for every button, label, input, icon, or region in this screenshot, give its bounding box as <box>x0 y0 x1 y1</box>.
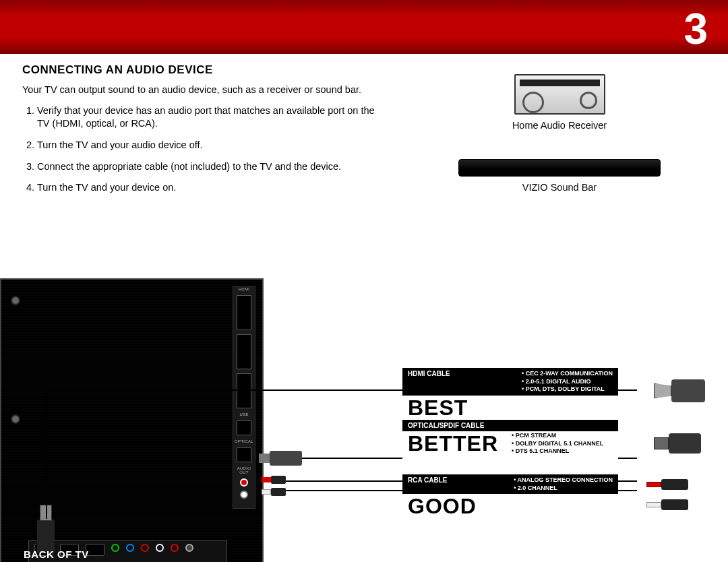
port-label-hdmi: HDMI <box>233 287 255 291</box>
quality-tag-good: RCA CABLE • ANALOG STEREO CONNECTION • 2… <box>402 474 618 519</box>
cable-type-label: RCA CABLE <box>408 476 448 492</box>
cable-type-label: HDMI CABLE <box>408 370 450 394</box>
coax-port <box>185 544 193 552</box>
hdmi-connector-icon <box>654 379 708 406</box>
rating-label: BEST <box>402 396 618 420</box>
tv-side-port-panel: HDMI USB OPTICAL AUDIO OUT <box>233 286 255 509</box>
page-body: CONNECTING AN AUDIO DEVICE Your TV can o… <box>0 54 728 562</box>
feature-bullet: DTS 5.1 CHANNEL <box>516 447 570 454</box>
receiver-label: Home Audio Receiver <box>458 120 661 131</box>
quality-tag-better: OPTICAL/SPDIF CABLE BETTER • PCM STREAM … <box>402 420 618 459</box>
step-item: Turn the TV and your audio device off. <box>37 139 380 152</box>
chapter-banner: 3 <box>0 0 728 54</box>
component-port <box>141 544 149 552</box>
port-label-audio-out: AUDIO OUT <box>233 466 255 474</box>
devices-column: Home Audio Receiver VIZIO Sound Bar <box>458 74 661 193</box>
component-port <box>126 544 134 552</box>
receiver-illustration <box>514 74 605 115</box>
quality-tag-best: HDMI CABLE • CEC 2-WAY COMMUNICATION • 2… <box>402 368 618 420</box>
connection-diagram: HDMI USB OPTICAL AUDIO OUT <box>0 278 728 562</box>
optical-connector-icon <box>654 433 708 460</box>
feature-bullet: 2.0-5.1 DIGITAL AUDIO <box>526 378 591 385</box>
optical-plug-icon <box>270 451 302 466</box>
feature-bullet: 2.0 CHANNEL <box>518 485 557 491</box>
step-item: Verify that your device has an audio por… <box>37 104 380 131</box>
rating-label: GOOD <box>402 494 618 519</box>
rca-port-red <box>240 478 248 487</box>
chapter-number: 3 <box>684 4 708 54</box>
port-label-optical: OPTICAL <box>233 439 255 443</box>
intro-text: Your TV can output sound to an audio dev… <box>22 84 380 96</box>
component-port <box>111 544 119 552</box>
usb-port <box>237 420 251 435</box>
rca-port-white <box>240 491 248 499</box>
step-item: Connect the appropriate cable (not inclu… <box>37 160 380 174</box>
feature-bullet: CEC 2-WAY COMMUNICATION <box>526 370 613 377</box>
rating-label: BETTER <box>408 431 498 456</box>
rca-plug-pair-icon <box>262 476 286 496</box>
hdmi-port <box>237 373 251 408</box>
back-of-tv-label: BACK OF TV <box>24 549 89 560</box>
soundbar-illustration <box>458 159 661 177</box>
component-port <box>171 544 179 552</box>
hdmi-port <box>237 334 251 369</box>
feature-bullet: ANALOG STEREO CONNECTION <box>517 476 613 483</box>
rca-connector-pair-icon <box>647 478 708 516</box>
cable-type-label: OPTICAL/SPDIF CABLE <box>408 422 484 429</box>
feature-bullet: DOLBY DIGITAL 5.1 CHANNEL <box>516 440 604 447</box>
optical-port <box>237 447 251 462</box>
cable-line <box>46 389 47 519</box>
component-port <box>156 544 164 552</box>
step-item: Turn the TV and your device on. <box>37 181 380 195</box>
port-label-usb: USB <box>233 412 255 416</box>
feature-bullet: PCM, DTS, DOLBY DIGITAL <box>526 385 605 392</box>
feature-bullet: PCM STREAM <box>516 432 557 439</box>
soundbar-label: VIZIO Sound Bar <box>458 182 661 193</box>
steps-list: Verify that your device has an audio por… <box>22 104 380 195</box>
hdmi-port <box>237 295 251 330</box>
